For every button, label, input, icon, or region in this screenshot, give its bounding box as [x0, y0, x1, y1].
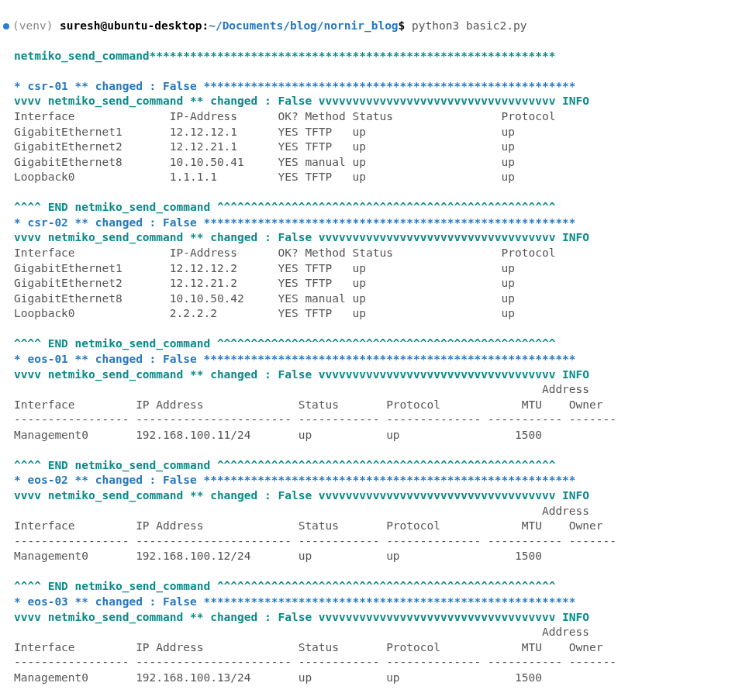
body-line	[3, 185, 756, 201]
host-end-text: ^^^^ END netmiko_send_command ^^^^^^^^^^…	[14, 580, 555, 592]
body-text: Interface IP Address Status Protocol MTU…	[14, 398, 603, 411]
body-text: Management0 192.168.100.11/24 up up 1500	[14, 429, 542, 441]
host-header-text: * eos-03 ** changed : False ************…	[14, 595, 576, 608]
body-line: Address	[3, 504, 756, 519]
host-vvvv-text: vvvv netmiko_send_command ** changed : F…	[14, 231, 589, 243]
host-vvvv-line: vvvv netmiko_send_command ** changed : F…	[3, 94, 756, 109]
body-text: Interface IP Address Status Protocol MTU…	[14, 641, 603, 653]
host-vvvv-line: vvvv netmiko_send_command ** changed : F…	[3, 230, 756, 246]
body-line: Address	[3, 625, 756, 640]
body-text: Interface IP-Address OK? Method Status P…	[14, 110, 555, 122]
body-line: Interface IP Address Status Protocol MTU…	[3, 398, 756, 413]
body-line: Management0 192.168.100.11/24 up up 1500	[3, 428, 756, 443]
host-end-line: ^^^^ END netmiko_send_command ^^^^^^^^^^…	[3, 458, 756, 474]
body-text: GigabitEthernet1 12.12.12.1 YES TFTP up …	[14, 126, 515, 138]
body-text: Management0 192.168.100.13/24 up up 1500	[14, 671, 542, 684]
host-header: * eos-02 ** changed : False ************…	[3, 473, 756, 488]
host-header: * csr-02 ** changed : False ************…	[3, 216, 756, 231]
body-line: Loopback0 2.2.2.2 YES TFTP up up	[3, 306, 756, 322]
host-vvvv-line: vvvv netmiko_send_command ** changed : F…	[3, 367, 756, 383]
host-end-text: ^^^^ END netmiko_send_command ^^^^^^^^^^…	[14, 201, 555, 213]
body-line: ----------------- ----------------------…	[3, 534, 756, 550]
host-header: * eos-03 ** changed : False ************…	[3, 595, 756, 610]
body-text: Loopback0 2.2.2.2 YES TFTP up up	[14, 307, 515, 319]
host-header-text: * eos-02 ** changed : False ************…	[14, 474, 576, 486]
body-text: Address	[14, 626, 589, 638]
body-line: ----------------- ----------------------…	[3, 412, 756, 428]
body-line	[3, 564, 756, 580]
body-line: ----------------- ----------------------…	[3, 655, 756, 671]
body-text: GigabitEthernet2 12.12.21.2 YES TFTP up …	[14, 277, 515, 289]
cwd-path: ~/Documents/blog/nornir_blog	[209, 19, 398, 32]
body-line: Management0 192.168.100.12/24 up up 1500	[3, 549, 756, 564]
host-header: * eos-01 ** changed : False ************…	[3, 352, 756, 367]
colon: :	[202, 19, 209, 32]
body-line	[3, 443, 756, 458]
body-line: GigabitEthernet8 10.10.50.41 YES manual …	[3, 155, 756, 171]
body-text: GigabitEthernet2 12.12.21.1 YES TFTP up …	[14, 140, 515, 153]
host-vvvv-text: vvvv netmiko_send_command ** changed : F…	[14, 611, 589, 623]
host-header-text: * eos-01 ** changed : False ************…	[14, 353, 576, 365]
body-text: ----------------- ----------------------…	[14, 535, 616, 547]
body-text: Management0 192.168.100.12/24 up up 1500	[14, 550, 542, 562]
host-end-line: ^^^^ END netmiko_send_command ^^^^^^^^^^…	[3, 336, 756, 352]
host-vvvv-text: vvvv netmiko_send_command ** changed : F…	[14, 489, 589, 502]
body-text: ----------------- ----------------------…	[14, 413, 616, 426]
body-line	[3, 685, 756, 700]
host-header-text: * csr-02 ** changed : False ************…	[14, 216, 576, 229]
body-text: GigabitEthernet8 10.10.50.41 YES manual …	[14, 156, 515, 168]
task-title-line: netmiko_send_command********************…	[3, 49, 756, 64]
venv-label: (venv)	[12, 19, 60, 32]
host-end-line: ^^^^ END netmiko_send_command ^^^^^^^^^^…	[3, 200, 756, 216]
body-text: GigabitEthernet1 12.12.12.2 YES TFTP up …	[14, 262, 515, 274]
terminal-output[interactable]: (venv) suresh@ubuntu-desktop:~/Documents…	[0, 0, 756, 700]
body-text: ----------------- ----------------------…	[14, 656, 616, 668]
command-text: python3 basic2.py	[405, 19, 526, 32]
prompt-line-1: (venv) suresh@ubuntu-desktop:~/Documents…	[3, 19, 756, 34]
body-text: Interface IP-Address OK? Method Status P…	[14, 247, 555, 259]
body-line: GigabitEthernet2 12.12.21.2 YES TFTP up …	[3, 276, 756, 291]
host-vvvv-text: vvvv netmiko_send_command ** changed : F…	[14, 368, 589, 381]
host-header-text: * csr-01 ** changed : False ************…	[14, 80, 576, 92]
body-line: Interface IP Address Status Protocol MTU…	[3, 640, 756, 656]
body-line: Interface IP-Address OK? Method Status P…	[3, 109, 756, 125]
body-text: Address	[14, 505, 589, 517]
hosts-output: * csr-01 ** changed : False ************…	[3, 79, 756, 700]
active-bullet-icon	[3, 23, 9, 29]
host-vvvv-text: vvvv netmiko_send_command ** changed : F…	[14, 95, 589, 107]
body-line: Interface IP Address Status Protocol MTU…	[3, 519, 756, 534]
body-line: GigabitEthernet8 10.10.50.42 YES manual …	[3, 291, 756, 307]
host-end-text: ^^^^ END netmiko_send_command ^^^^^^^^^^…	[14, 337, 555, 350]
body-line: GigabitEthernet2 12.12.21.1 YES TFTP up …	[3, 140, 756, 155]
body-text: Address	[14, 383, 589, 395]
body-line: Management0 192.168.100.13/24 up up 1500	[3, 671, 756, 686]
body-line: Interface IP-Address OK? Method Status P…	[3, 246, 756, 261]
body-text: Loopback0 1.1.1.1 YES TFTP up up	[14, 171, 515, 183]
body-line	[3, 322, 756, 337]
body-line: GigabitEthernet1 12.12.12.2 YES TFTP up …	[3, 261, 756, 277]
task-title: netmiko_send_command********************…	[14, 50, 555, 62]
host-vvvv-line: vvvv netmiko_send_command ** changed : F…	[3, 488, 756, 504]
host-end-line: ^^^^ END netmiko_send_command ^^^^^^^^^^…	[3, 579, 756, 595]
host-header: * csr-01 ** changed : False ************…	[3, 79, 756, 95]
host-vvvv-line: vvvv netmiko_send_command ** changed : F…	[3, 610, 756, 626]
body-line: Address	[3, 382, 756, 398]
body-text: Interface IP Address Status Protocol MTU…	[14, 519, 603, 532]
user-host: suresh@ubuntu-desktop	[60, 19, 202, 32]
body-line: GigabitEthernet1 12.12.12.1 YES TFTP up …	[3, 125, 756, 140]
body-line: Loopback0 1.1.1.1 YES TFTP up up	[3, 170, 756, 185]
host-end-text: ^^^^ END netmiko_send_command ^^^^^^^^^^…	[14, 459, 555, 471]
body-text: GigabitEthernet8 10.10.50.42 YES manual …	[14, 292, 515, 305]
